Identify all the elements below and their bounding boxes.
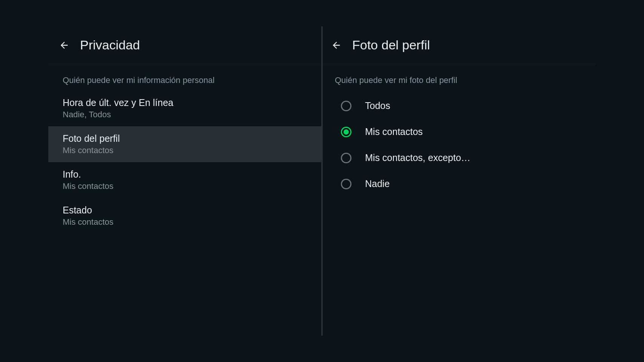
radio-option-my-contacts[interactable]: Mis contactos — [323, 119, 596, 145]
privacy-item-last-seen[interactable]: Hora de últ. vez y En línea Nadie, Todos — [48, 90, 321, 126]
radio-icon — [341, 179, 351, 189]
privacy-section-label: Quién puede ver mi información personal — [48, 64, 321, 90]
radio-option-everyone[interactable]: Todos — [323, 93, 596, 119]
radio-label: Todos — [365, 100, 390, 111]
item-subtitle: Nadie, Todos — [63, 110, 321, 120]
privacy-pane: Privacidad Quién puede ver mi informació… — [48, 26, 323, 336]
back-arrow-icon[interactable] — [331, 40, 342, 51]
privacy-title: Privacidad — [80, 38, 140, 52]
item-subtitle: Mis contactos — [63, 217, 321, 227]
radio-label: Mis contactos, excepto… — [365, 152, 470, 163]
item-title: Foto del perfil — [63, 133, 321, 144]
visibility-options: Todos Mis contactos Mis contactos, excep… — [323, 90, 596, 197]
radio-icon — [341, 153, 351, 163]
radio-label: Mis contactos — [365, 126, 423, 137]
back-arrow-icon[interactable] — [59, 40, 69, 51]
privacy-item-about[interactable]: Info. Mis contactos — [48, 162, 321, 198]
item-title: Estado — [63, 205, 321, 216]
radio-icon — [341, 101, 351, 111]
radio-option-contacts-except[interactable]: Mis contactos, excepto… — [323, 145, 596, 171]
profile-photo-section-label: Quién puede ver mi foto del perfil — [323, 64, 596, 90]
item-title: Hora de últ. vez y En línea — [63, 97, 321, 108]
profile-photo-title: Foto del perfil — [352, 38, 430, 52]
radio-icon — [341, 127, 351, 137]
settings-split-view: Privacidad Quién puede ver mi informació… — [48, 26, 596, 336]
radio-label: Nadie — [365, 178, 390, 189]
radio-option-nobody[interactable]: Nadie — [323, 171, 596, 197]
item-subtitle: Mis contactos — [63, 146, 321, 155]
item-title: Info. — [63, 169, 321, 180]
privacy-header: Privacidad — [48, 26, 321, 64]
profile-photo-pane: Foto del perfil Quién puede ver mi foto … — [323, 26, 596, 336]
privacy-item-profile-photo[interactable]: Foto del perfil Mis contactos — [48, 126, 321, 162]
item-subtitle: Mis contactos — [63, 181, 321, 191]
privacy-item-status[interactable]: Estado Mis contactos — [48, 198, 321, 234]
profile-photo-header: Foto del perfil — [323, 26, 596, 64]
